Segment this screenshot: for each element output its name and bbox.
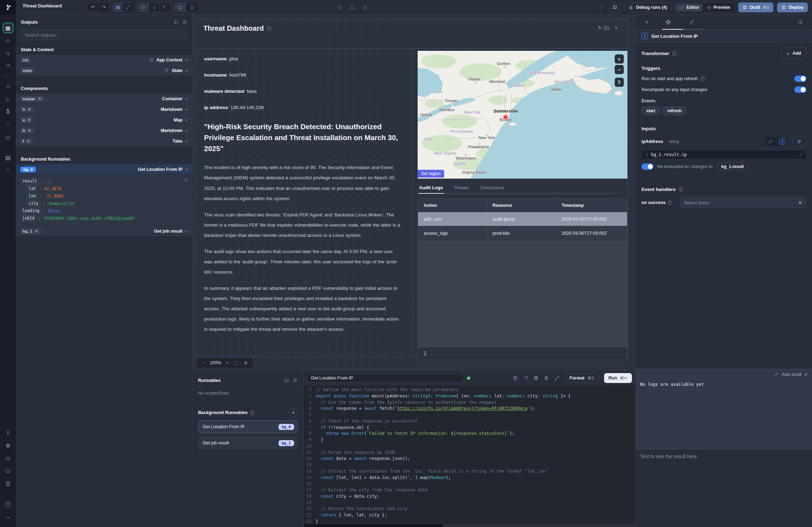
schedules-nav-item[interactable]: ◇ [3, 132, 13, 142]
workers-nav-item[interactable] [3, 453, 13, 463]
debug-runs-button[interactable]: Debug runs (4) [624, 2, 671, 12]
code-line-8[interactable]: 8 throw new Error(`Failed to fetch IP in… [304, 431, 635, 437]
preview-tab[interactable]: ◎ Preview [704, 4, 734, 11]
zoom-in-button[interactable]: + [226, 360, 228, 365]
code-line-20[interactable]: 20 // Return the coordinates and city [304, 506, 635, 513]
code-line-18[interactable]: 18 const city = data.city; [304, 494, 635, 500]
logs-nav-item[interactable]: ☰ [3, 478, 13, 489]
editor-tab-name[interactable]: Get Location From IP [307, 373, 464, 383]
runnable-item-bg_0[interactable]: Get Location From IPbg_0 [198, 420, 298, 433]
code-line-10[interactable]: 10 [304, 444, 635, 450]
runs-nav-item[interactable]: ▷ [3, 94, 13, 104]
folders-nav-item[interactable] [3, 466, 13, 476]
column-header-timestamp[interactable]: Timestamp [556, 199, 627, 212]
code-line-16[interactable]: 16 [304, 481, 635, 487]
result-tree-result[interactable]: result:− [20, 178, 188, 185]
help-nav-item[interactable]: ? [3, 499, 13, 509]
component-row-topbar[interactable]: topbarContainer [16, 93, 192, 104]
collapse-rail-button[interactable]: → [3, 511, 13, 522]
horizontal-scrollbar[interactable] [304, 524, 635, 527]
map-zoom-out-button[interactable]: − [615, 65, 624, 74]
add-nav-item[interactable]: + [3, 165, 13, 175]
home-nav-item[interactable]: ⌂ [3, 81, 13, 91]
auto-scroll-checkbox[interactable]: ✓ [804, 372, 808, 377]
panel-right-toggle-icon[interactable] [363, 5, 368, 10]
calendar-nav-item[interactable]: ▤ [3, 152, 13, 163]
ai-assist-icon[interactable] [523, 376, 529, 381]
expr-editor-button[interactable]: ƒ [776, 137, 788, 146]
align-button[interactable]: |0| [113, 3, 123, 12]
runnable-item-bg_1[interactable]: Get job resultbg_1 [198, 437, 298, 449]
tab-threats[interactable]: Threats [453, 183, 470, 194]
code-line-14[interactable]: 14 // Extract the coordinates from the '… [304, 469, 635, 475]
map-component[interactable]: QuébecOttawaMontréalNew BrunswickNova Sc… [418, 51, 627, 179]
topbar-component[interactable]: Threat Dashboard i ↻(2) ϟ [195, 19, 627, 49]
reeval-dependency-chip[interactable]: bg_1.result [717, 163, 748, 170]
code-line-15[interactable]: 15 const [lat, lon] = data.loc.split(','… [304, 475, 635, 481]
expand-input-icon[interactable] [799, 152, 803, 157]
state-row-ctx[interactable]: ctxApp Context [16, 54, 192, 65]
run-on-start-toggle[interactable] [794, 76, 806, 82]
result-tree-jobId[interactable]: jobId:"0199390f-2843-ceac-dc03-cf8b242a1… [20, 215, 188, 222]
desktop-view-button[interactable] [175, 3, 186, 12]
app-refresh-button[interactable]: ↻(2) [598, 25, 609, 30]
code-line-2[interactable]: 2export async function main(ipAddress: s… [304, 394, 635, 400]
expand-editor-icon[interactable] [554, 376, 560, 381]
cache-db-icon[interactable] [513, 376, 518, 381]
bg0-output-row[interactable]: bg_0 Get Location From IP [16, 164, 192, 174]
table-download-button[interactable]: ↧ [423, 351, 428, 357]
zoom-out-button[interactable]: − [202, 360, 205, 365]
editor-tab[interactable]: Editor [676, 4, 703, 11]
code-line-11[interactable]: 11 // Parse the response as JSON [304, 450, 635, 456]
map-locate-button[interactable]: ⇧ [615, 78, 624, 87]
favorites-nav-item[interactable]: ☆ [3, 35, 13, 46]
code-line-4[interactable]: 4 const response = await fetch(`https://… [304, 406, 635, 412]
users-nav-item[interactable] [3, 427, 13, 438]
table-row[interactable]: add_useraudit-group2025-03-30T17:00:00Z [418, 212, 627, 226]
insert-component-tab[interactable]: + [645, 15, 649, 30]
editor-settings-icon[interactable]: ⚙ [534, 375, 538, 381]
outputs-search-input[interactable]: Search outputs... [21, 30, 187, 40]
code-area[interactable]: 1// Define the main function with the re… [304, 386, 635, 527]
component-row-h[interactable]: hMarkdown [16, 104, 192, 114]
component-settings-tab[interactable] [665, 15, 671, 30]
doc-icon[interactable] [293, 378, 298, 383]
pan-hand-icon[interactable] [243, 361, 248, 365]
run-button[interactable]: Run ⌘↵ [604, 373, 632, 383]
code-line-21[interactable]: 21 return { lon, lat, city }; [304, 513, 635, 519]
code-line-17[interactable]: 17 // Extract the city from the response… [304, 487, 635, 494]
code-line-1[interactable]: 1// Define the main function with the re… [304, 387, 635, 394]
draft-button[interactable]: Draft ⌘S [738, 2, 774, 12]
resources-nav-item[interactable]: ∴ [3, 119, 13, 130]
code-line-5[interactable]: 5 [304, 412, 635, 419]
on-success-select[interactable]: Select items ✕ [680, 197, 806, 208]
settings-nav-item[interactable]: ⚙ [3, 440, 13, 451]
reeval-toggle[interactable] [641, 163, 653, 170]
expand-logs-icon[interactable] [775, 372, 779, 377]
event-chip-start[interactable]: start [641, 107, 660, 115]
map-zoom-in-button[interactable]: + [615, 54, 624, 64]
redo-button[interactable]: ↷ [98, 3, 109, 12]
code-line-6[interactable]: 6 // Check if the response is successful [304, 419, 635, 425]
component-row-b[interactable]: bMarkdown [16, 125, 192, 136]
code-line-13[interactable]: 13 [304, 462, 635, 469]
panel-bottom-icon[interactable] [284, 378, 289, 383]
app-logo[interactable] [0, 0, 16, 15]
set-region-button[interactable]: Set region [418, 170, 444, 178]
deploy-button[interactable]: Deploy [777, 2, 808, 12]
apps-nav-item[interactable]: ▦ [3, 23, 13, 33]
column-header-resource[interactable]: Resource [487, 199, 556, 212]
column-header-action[interactable]: Action [418, 199, 487, 212]
search-nav-item[interactable] [3, 48, 13, 59]
clear-select-icon[interactable]: ✕ [798, 200, 802, 205]
tab-audit-logs[interactable]: Audit Logs [418, 183, 444, 194]
fit-view-icon[interactable] [234, 361, 238, 365]
connect-input-button[interactable] [792, 136, 806, 147]
format-button[interactable]: Format ⌘S [565, 373, 599, 383]
component-row-a[interactable]: aMap [16, 114, 192, 125]
panel-collapse-icon[interactable] [174, 20, 179, 25]
event-chip-refresh[interactable]: refresh [663, 107, 686, 115]
code-line-9[interactable]: 9 } [304, 437, 635, 444]
panel-bottom-toggle-icon[interactable] [350, 5, 355, 10]
code-line-7[interactable]: 7 if (!response.ok) { [304, 425, 635, 431]
